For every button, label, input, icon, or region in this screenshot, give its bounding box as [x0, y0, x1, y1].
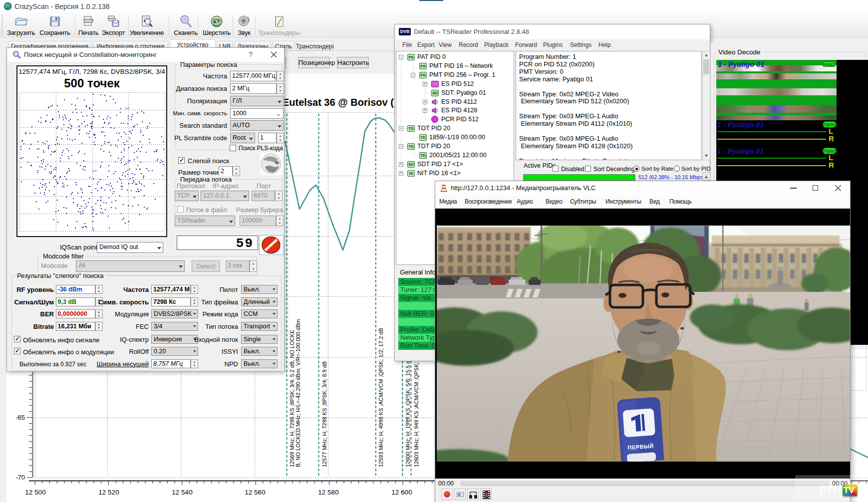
- svg-text:12 500: 12 500: [25, 489, 45, 496]
- svg-text:12 560: 12 560: [245, 489, 265, 496]
- svg-text:-70: -70: [15, 474, 25, 481]
- svg-text:12 580: 12 580: [318, 489, 338, 496]
- svg-text:-65: -65: [15, 414, 25, 421]
- svg-text:12 600: 12 600: [391, 489, 412, 496]
- svg-text:12 540: 12 540: [172, 489, 192, 496]
- svg-text:12 520: 12 520: [98, 489, 119, 496]
